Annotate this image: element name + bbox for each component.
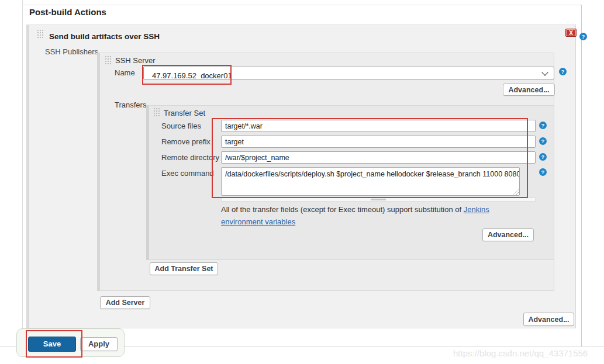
help-icon[interactable]: ? — [539, 122, 547, 129]
transfer-help-text-body: All of the transfer fields (except for E… — [221, 205, 464, 214]
transfer-set-drag-gutter — [146, 105, 149, 260]
resizer-grip[interactable] — [371, 199, 386, 200]
apply-button[interactable]: Apply — [80, 337, 118, 351]
jenkins-config-page: Post-build Actions Send build artifacts … — [0, 0, 604, 364]
publisher-title: Send build artifacts over SSH — [49, 32, 160, 41]
publisher-advanced-button[interactable]: Advanced... — [523, 313, 574, 326]
exec-command-label: Exec command — [161, 169, 214, 178]
help-icon[interactable]: ? — [539, 168, 547, 176]
transfers-label: Transfers — [115, 100, 146, 109]
ssh-publishers-label: SSH Publishers — [45, 47, 98, 56]
container-left-border — [22, 0, 23, 346]
name-label: Name — [115, 68, 135, 77]
transfer-set-title: Transfer Set — [164, 109, 205, 117]
help-icon[interactable]: ? — [579, 33, 587, 40]
ssh-server-name-value: 47.97.169.52_docker01 — [152, 71, 232, 79]
container-right-border — [581, 5, 582, 346]
remove-prefix-input[interactable] — [221, 136, 536, 148]
add-transfer-set-button[interactable]: Add Transfer Set — [150, 262, 218, 275]
drag-handle-icon[interactable] — [37, 29, 43, 38]
publisher-drag-gutter — [26, 25, 29, 328]
help-icon[interactable]: ? — [539, 137, 547, 145]
exec-command-textarea[interactable]: /data/dockerfiles/scripts/deploy.sh $pro… — [221, 167, 520, 196]
remove-prefix-label: Remove prefix — [161, 137, 210, 146]
help-icon[interactable]: ? — [559, 68, 567, 75]
remote-directory-label: Remote directory — [161, 153, 219, 162]
drag-handle-icon[interactable] — [105, 56, 111, 64]
add-server-button[interactable]: Add Server — [100, 296, 150, 309]
ssh-server-advanced-button[interactable]: Advanced... — [503, 84, 555, 96]
watermark-text: https://blog.csdn.net/qq_43371556 — [453, 348, 588, 358]
save-button[interactable]: Save — [28, 337, 76, 352]
transfer-help-text: All of the transfer fields (except for E… — [221, 203, 516, 228]
remote-directory-input[interactable] — [221, 151, 536, 164]
ssh-server-name-select[interactable]: 47.97.169.52_docker01 — [143, 67, 554, 79]
ssh-server-drag-gutter — [97, 53, 100, 291]
chevron-down-icon — [541, 69, 548, 75]
delete-publisher-button[interactable]: X — [565, 29, 577, 37]
ssh-server-title: SSH Server — [115, 56, 156, 65]
drag-handle-icon[interactable] — [153, 108, 160, 116]
transfer-set-advanced-button[interactable]: Advanced... — [482, 228, 534, 241]
source-files-input[interactable] — [221, 120, 536, 132]
textarea-resizer-bar[interactable] — [221, 197, 536, 202]
help-icon[interactable]: ? — [539, 153, 547, 161]
source-files-label: Source files — [161, 122, 201, 130]
container-top-border — [22, 5, 582, 5]
page-title: Post-build Actions — [29, 7, 106, 17]
